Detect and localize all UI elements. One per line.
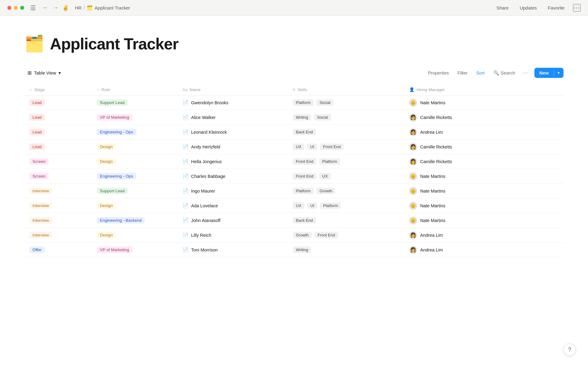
share-button[interactable]: Share [494,4,511,12]
name-col-icon: Aa [183,87,187,92]
avatar: 👩 [409,128,417,136]
skill-badge: Writing [293,247,311,253]
avatar: 👩 [409,158,417,166]
manager-name: Andrea Lim [420,247,443,252]
manager-name: Nate Martins [420,100,445,105]
name-cell[interactable]: 📄Ada Lovelace [178,200,288,212]
stage-cell: Screen [24,155,92,168]
close-button[interactable] [7,6,11,10]
table-row[interactable]: LeadVP of Marketing📄Alice WalkerWritingS… [24,110,564,125]
manager-cell: 👩Camille Ricketts [404,140,564,154]
forward-icon[interactable]: → [52,3,60,12]
name-cell[interactable]: 📄Charles Babbage [178,170,288,182]
stage-cell: Screen [24,170,92,182]
maximize-button[interactable] [20,6,24,10]
table-row[interactable]: InterviewDesign📄Lilly ReichGrowthFront E… [24,228,564,243]
page-title: Applicant Tracker [50,35,178,53]
skill-badge: Back End [293,129,316,135]
skills-cell: Writing [288,243,404,256]
table: ○ Stage ○ Role Aa Name ≡ Skills 👤 Hiring… [24,84,564,257]
name-cell[interactable]: 📄Toni Morrison [178,244,288,256]
stage-badge: Screen [29,173,49,179]
manager-name: Nate Martins [420,189,445,194]
applicant-name: Andy Hertzfeld [191,144,220,149]
avatar: 👴 [409,172,417,180]
applicant-name: Leonard Kleinrock [191,130,227,135]
role-cell: Design [92,140,178,153]
help-button[interactable]: ? [564,343,576,356]
table-row[interactable]: ScreenDesign📄Hella JongeriusFront EndPla… [24,154,564,169]
role-badge: Engineering - Backend [97,217,145,224]
manager-cell: 👴Nate Martins [404,199,564,213]
document-icon: 📄 [183,129,189,135]
new-dropdown-button[interactable]: ▾ [554,68,564,78]
skill-badge: Writing [293,114,311,121]
skill-badge: Social [316,99,333,106]
skill-badge: UI [307,202,317,209]
skills-cell: PlatformSocial [288,96,404,109]
skill-badge: UX [319,173,331,179]
manager-name: Camille Ricketts [420,115,452,120]
name-cell[interactable]: 📄Ingo Maurer [178,185,288,197]
breadcrumb-workspace[interactable]: HR [75,5,82,10]
manager-cell: 👩Camille Ricketts [404,110,564,125]
table-row[interactable]: InterviewSupport Lead📄Ingo MaurerPlatfor… [24,184,564,198]
sort-button[interactable]: Sort [473,68,488,77]
skills-cell: PlatformGrowth [288,185,404,197]
table-row[interactable]: OfferVP of Marketing📄Toni MorrisonWritin… [24,243,564,257]
table-row[interactable]: InterviewEngineering - Backend📄John Atan… [24,213,564,228]
manager-name: Camille Ricketts [420,159,452,164]
avatar: 👴 [409,202,417,210]
name-cell[interactable]: 📄Alice Walker [178,111,288,123]
filter-button[interactable]: Filter [454,68,471,77]
minimize-button[interactable] [14,6,18,10]
manager-cell: 👩Andrea Lim [404,243,564,257]
search-button[interactable]: 🔍 Search [490,68,519,78]
table-row[interactable]: LeadEngineering - Ops📄Leonard KleinrockB… [24,125,564,140]
manager-name: Nate Martins [420,174,445,179]
help-icon: ? [568,347,571,353]
new-button[interactable]: New [534,68,554,78]
role-badge: Support Lead [97,99,128,106]
skill-badge: Platform [319,158,340,165]
skills-cell: WritingSocial [288,111,404,124]
name-cell[interactable]: 📄Lilly Reich [178,229,288,241]
more-options-button[interactable]: ··· [573,4,581,12]
page-title-area: 🗂️ Applicant Tracker [24,34,564,53]
document-icon: 📄 [183,173,189,179]
skills-cell: UXUIFront End [288,140,404,153]
sidebar-toggle-icon[interactable]: ☰ [30,4,36,12]
skills-cell: Back End [288,214,404,227]
stage-badge: Lead [29,99,45,106]
applicant-name: John Atanasoff [191,218,221,223]
table-row[interactable]: InterviewDesign📄Ada LovelaceUXUIPlatform… [24,198,564,213]
properties-button[interactable]: Properties [424,68,452,77]
stage-cell: Interview [24,185,92,197]
document-icon: 📄 [183,114,189,120]
role-cell: Support Lead [92,96,178,109]
table-row[interactable]: LeadSupport Lead📄Gwendolyn BrooksPlatfor… [24,95,564,110]
name-cell[interactable]: 📄John Atanasoff [178,214,288,226]
table-view-label: Table View [34,70,56,75]
toolbar-more-button[interactable]: ··· [520,68,531,78]
stage-badge: Interview [29,217,52,224]
updates-button[interactable]: Updates [517,4,539,12]
table-view-icon: ⊞ [28,70,32,76]
breadcrumb-page[interactable]: Applicant Tracker [95,5,130,10]
name-cell[interactable]: 📄Leonard Kleinrock [178,126,288,138]
name-cell[interactable]: 📄Hella Jongerius [178,155,288,167]
name-cell[interactable]: 📄Andy Hertzfeld [178,141,288,153]
breadcrumb: HR / 🗂️ Applicant Tracker [75,5,130,11]
table-row[interactable]: LeadDesign📄Andy HertzfeldUXUIFront End👩C… [24,140,564,154]
manager-name: Andrea Lim [420,233,443,238]
back-icon[interactable]: ← [41,3,49,12]
name-cell[interactable]: 📄Gwendolyn Brooks [178,97,288,109]
table-row[interactable]: ScreenEngineering - Ops📄Charles BabbageF… [24,169,564,184]
role-cell: Engineering - Ops [92,126,178,138]
favorite-button[interactable]: Favorite [545,4,567,12]
col-header-name: Aa Name [178,84,288,95]
avatar: 👩 [409,143,417,151]
skills-cell: Front EndUX [288,170,404,182]
stage-badge: Lead [29,129,45,135]
table-view-button[interactable]: ⊞ Table View ▾ [24,68,64,77]
